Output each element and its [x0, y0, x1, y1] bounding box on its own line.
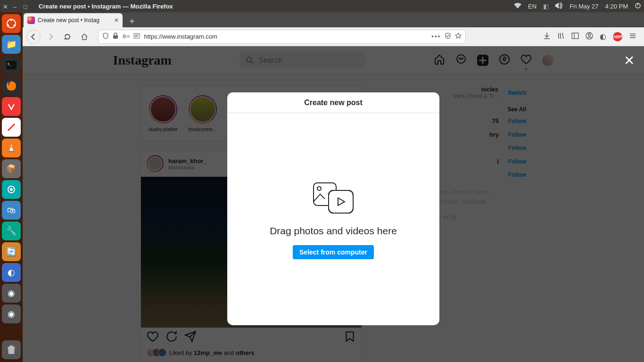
select-from-computer-button[interactable]: Select from computer: [293, 245, 374, 259]
modal-close-icon[interactable]: ✕: [624, 53, 635, 68]
svg-point-13: [10, 188, 13, 191]
tab-close-icon[interactable]: ✕: [114, 17, 119, 24]
app-icon[interactable]: ◐: [2, 263, 21, 282]
disk-icon[interactable]: ◉: [2, 284, 21, 303]
browser-toolbar: ⚙≡ https://www.instagram.com ••• ◐ ABP: [23, 27, 644, 46]
files-icon[interactable]: 📁: [2, 35, 21, 54]
updater-icon[interactable]: 🔄: [2, 242, 21, 261]
url-bar[interactable]: ⚙≡ https://www.instagram.com •••: [98, 30, 466, 44]
svg-rect-39: [329, 190, 353, 213]
toolbar-right: ◐ ABP: [543, 32, 640, 41]
trash-icon[interactable]: [2, 340, 21, 359]
vivaldi-icon[interactable]: [2, 97, 21, 116]
tab-strip: Create new post • Instag ✕ ＋: [23, 12, 644, 27]
svg-point-38: [317, 187, 321, 190]
reload-button[interactable]: [60, 30, 74, 44]
firefox-icon[interactable]: [2, 76, 21, 95]
extension-icon[interactable]: ◐: [600, 32, 606, 41]
clock-time[interactable]: 4:20 PM: [605, 3, 628, 10]
forward-button: [43, 30, 58, 44]
svg-rect-16: [113, 35, 118, 39]
screenshot-icon[interactable]: [2, 180, 21, 199]
svg-point-4: [7, 25, 9, 26]
svg-rect-11: [8, 151, 14, 152]
system-menubar: ✕ – □ Create new post • Instagram — Mozi…: [0, 0, 644, 12]
drop-instruction: Drag photos and videos here: [270, 225, 397, 237]
sidebar-icon[interactable]: [571, 32, 579, 41]
language-indicator[interactable]: EN: [528, 3, 537, 10]
terminal-icon[interactable]: $_: [2, 56, 21, 74]
ubuntu-dash-icon[interactable]: [2, 14, 21, 33]
new-tab-button[interactable]: ＋: [125, 14, 139, 27]
svg-rect-24: [572, 33, 578, 39]
create-post-modal: Create new post Drag photos and videos h…: [227, 92, 439, 325]
indicator-icon[interactable]: ◧: [543, 3, 549, 10]
url-text: https://www.instagram.com: [144, 33, 428, 40]
power-icon[interactable]: [635, 2, 641, 10]
protection-icon[interactable]: [445, 33, 451, 41]
svg-point-5: [14, 25, 16, 26]
vlc-icon[interactable]: [2, 139, 21, 157]
svg-rect-14: [9, 346, 13, 347]
instagram-favicon-icon: [27, 16, 35, 24]
ubuntu-launcher: 📁 $_ 📦 🛍 🔧 🔄 ◐ ◉ ◉: [0, 12, 23, 362]
svg-rect-15: [8, 347, 15, 348]
more-icon[interactable]: •••: [431, 33, 441, 40]
reader-icon[interactable]: [133, 33, 140, 41]
shield-icon[interactable]: [102, 33, 109, 41]
svg-point-27: [588, 33, 591, 36]
hamburger-menu-icon[interactable]: [629, 32, 636, 41]
account-icon[interactable]: [586, 32, 593, 41]
window-title: Create new post • Instagram — Mozilla Fi…: [39, 3, 173, 10]
page-viewport: Instagram Search: [23, 46, 644, 362]
svg-line-23: [562, 33, 563, 39]
home-button[interactable]: [77, 30, 91, 44]
window-maximize-icon[interactable]: □: [24, 3, 29, 9]
archive-icon[interactable]: 📦: [2, 159, 21, 178]
lock-icon: [113, 33, 118, 41]
adblock-icon[interactable]: ABP: [613, 32, 622, 41]
svg-point-3: [10, 19, 12, 21]
back-button[interactable]: [26, 30, 41, 44]
downloads-icon[interactable]: [543, 32, 551, 41]
firefox-window: Create new post • Instag ✕ ＋ ⚙≡ https://…: [23, 12, 644, 362]
bookmark-star-icon[interactable]: [455, 33, 462, 41]
software-center-icon[interactable]: 🛍: [2, 201, 21, 220]
settings-icon[interactable]: 🔧: [2, 222, 21, 240]
text-editor-icon[interactable]: [2, 118, 21, 137]
permissions-icon[interactable]: ⚙≡: [122, 33, 130, 40]
tab-title: Create new post • Instag: [38, 17, 99, 24]
media-upload-icon: [310, 179, 357, 217]
volume-icon[interactable]: [555, 2, 563, 10]
disk2-icon[interactable]: ◉: [2, 304, 21, 323]
clock-date[interactable]: Fri May 27: [570, 3, 598, 10]
modal-dropzone[interactable]: Drag photos and videos here Select from …: [227, 113, 439, 325]
library-icon[interactable]: [557, 32, 565, 41]
svg-text:$_: $_: [8, 62, 11, 66]
browser-tab[interactable]: Create new post • Instag ✕: [24, 13, 123, 27]
window-minimize-icon[interactable]: –: [13, 3, 19, 9]
modal-title: Create new post: [227, 92, 439, 113]
wifi-icon[interactable]: [514, 3, 521, 10]
window-close-icon[interactable]: ✕: [3, 3, 8, 9]
